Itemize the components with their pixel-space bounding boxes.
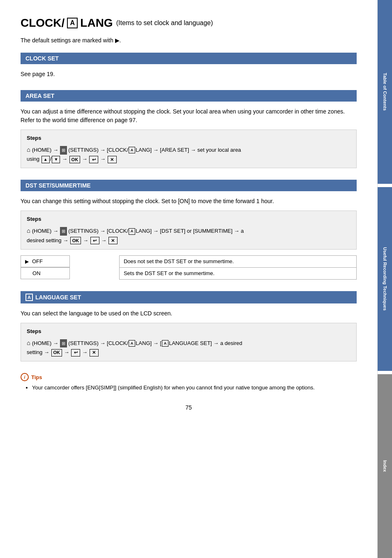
section-body-language-set: You can select the language to be used o… xyxy=(21,309,357,361)
tips-list: Your camcorder offers [ENG[SIMP]] (simpl… xyxy=(21,384,357,392)
on-label: ON xyxy=(32,270,41,276)
area-set-steps-box: Steps ⌂ (HOME) → ⊞ (SETTINGS) → [CLOCK/A… xyxy=(21,130,357,168)
title-subtitle: (Items to set clock and language) xyxy=(116,19,213,27)
section-header-area-set: AREA SET xyxy=(21,90,357,102)
lang-arrow2: → xyxy=(82,349,89,355)
area-set-steps-content: ⌂ (HOME) → ⊞ (SETTINGS) → [CLOCK/ALANG] … xyxy=(27,144,350,164)
page-number: 75 xyxy=(21,404,357,411)
dst-arrow2: → xyxy=(101,237,108,243)
area-set-lang-icon: A xyxy=(129,147,135,153)
page-container: CLOCK/ALANG(Items to set clock and langu… xyxy=(0,0,392,558)
section-body-dst-set: You can change this setting without stop… xyxy=(21,197,357,279)
dst-steps-content: ⌂ (HOME) → ⊞ (SETTINGS) → [CLOCK/ALANG] … xyxy=(27,225,350,245)
sidebar-tab-toc[interactable]: Table of Contents xyxy=(378,0,392,184)
lang-steps-label: Steps xyxy=(27,327,350,336)
dst-set-steps-box: Steps ⌂ (HOME) → ⊞ (SETTINGS) → [CLOCK/A… xyxy=(21,211,357,249)
on-marker xyxy=(25,271,29,276)
dst-settings-label: (SETTINGS) → [CLOCK/ xyxy=(68,228,128,234)
lang-icon2: A xyxy=(162,340,168,347)
arrow-sep1: → xyxy=(62,156,69,162)
dst-off-cell: ▶ OFF xyxy=(21,255,70,267)
lang-close-btn: ✕ xyxy=(90,349,99,357)
dst-lang-label: LANG] → [DST SET] or [SUMMERTIME] → a xyxy=(136,228,244,234)
home-icon: ⌂ xyxy=(27,146,30,153)
off-marker: ▶ xyxy=(25,259,29,264)
arrow-sep2: → xyxy=(82,156,89,162)
dst-on-desc: Sets the DST SET or the summertime. xyxy=(119,267,356,279)
lang-desired: setting → xyxy=(27,349,51,355)
down-icon: ▼ xyxy=(52,156,60,163)
section-body-area-set: You can adjust a time difference without… xyxy=(21,107,357,168)
lang-settings-label: (SETTINGS) → [CLOCK/ xyxy=(68,340,128,346)
dst-lang-icon: A xyxy=(129,228,135,235)
table-row: ON Sets the DST SET or the summertime. xyxy=(21,267,357,279)
return-btn: ↩ xyxy=(89,156,98,163)
right-sidebar: Table of Contents Useful Recording Techn… xyxy=(377,0,392,558)
lang-icon1: A xyxy=(129,340,135,347)
language-set-icon: A xyxy=(25,294,33,301)
settings-icon: ⊞ xyxy=(60,146,67,155)
section-label-dst-set: DST SET/SUMMERTIME xyxy=(25,182,91,189)
dst-steps-label: Steps xyxy=(27,215,350,224)
section-label-language-set: LANGUAGE SET xyxy=(35,294,81,301)
sidebar-tab-index[interactable]: Index xyxy=(378,374,392,558)
section-header-clock-set: CLOCK SET xyxy=(21,53,357,64)
dst-arrow1: → xyxy=(83,237,90,243)
language-set-body: You can select the language to be used o… xyxy=(21,309,357,318)
area-set-steps-label: Steps xyxy=(27,134,350,143)
lang-home-label: (HOME) → xyxy=(32,340,60,346)
dst-desired: desired setting → xyxy=(27,237,70,243)
slash: / xyxy=(50,156,52,162)
ok-btn: OK xyxy=(69,156,81,163)
section-body-clock-set: See page 19. xyxy=(21,70,357,79)
home-label: (HOME) → xyxy=(32,147,60,153)
default-settings-marker: ▶. xyxy=(115,37,121,44)
tips-header: i Tips xyxy=(21,373,357,381)
sidebar-divider-1 xyxy=(378,184,392,185)
dst-home-icon: ⌂ xyxy=(27,227,30,234)
dst-home-label: (HOME) → xyxy=(32,228,60,234)
lang-ok-btn: OK xyxy=(51,349,62,357)
area-set-body: You can adjust a time difference without… xyxy=(21,107,357,125)
dst-return-btn: ↩ xyxy=(90,237,99,244)
sidebar-index-label: Index xyxy=(383,460,387,472)
main-content: CLOCK/ALANG(Items to set clock and langu… xyxy=(0,0,377,558)
lang-settings-icon: ⊞ xyxy=(60,339,67,348)
section-header-language-set: A LANGUAGE SET xyxy=(21,291,357,303)
sidebar-recording-label: Useful Recording Techniques xyxy=(383,247,387,310)
settings-label: (SETTINGS) → [CLOCK/ xyxy=(68,147,128,153)
dst-table: ▶ OFF Does not set the DST SET or the su… xyxy=(21,255,357,280)
dst-ok-btn: OK xyxy=(70,237,81,244)
page-title: CLOCK/ALANG(Items to set clock and langu… xyxy=(21,16,357,30)
dst-close-btn: ✕ xyxy=(108,237,118,244)
section-header-dst-set: DST SET/SUMMERTIME xyxy=(21,180,357,191)
section-label-area-set: AREA SET xyxy=(25,93,54,99)
dst-off-desc: Does not set the DST SET or the summerti… xyxy=(119,255,356,267)
lang-arrow1: → xyxy=(64,349,71,355)
lang-steps-content: ⌂ (HOME) → ⊞ (SETTINGS) → [CLOCK/ALANG] … xyxy=(27,338,350,357)
default-settings-text: The default settings are marked with xyxy=(21,37,113,44)
close-btn: ✕ xyxy=(108,156,117,163)
dst-set-body: You can change this setting without stop… xyxy=(21,197,357,206)
sidebar-divider-2 xyxy=(378,371,392,373)
section-label-clock-set: CLOCK SET xyxy=(25,55,59,62)
off-label: OFF xyxy=(32,258,43,264)
up-icon: ▲ xyxy=(42,156,50,163)
tips-icon: i xyxy=(21,373,29,381)
title-main: LANG xyxy=(80,16,113,30)
lang-home-icon: ⌂ xyxy=(27,339,30,346)
clock-set-body: See page 19. xyxy=(21,70,357,79)
lang-label1: LANG] → [ xyxy=(136,340,161,346)
tips-section: i Tips Your camcorder offers [ENG[SIMP]]… xyxy=(21,373,357,392)
lang-label2: LANGUAGE SET] → a desired xyxy=(169,340,242,346)
title-prefix: CLOCK/ xyxy=(21,16,65,30)
tips-item: Your camcorder offers [ENG[SIMP]] (simpl… xyxy=(32,384,357,392)
arrow-sep3: → xyxy=(100,156,107,162)
default-settings-note: The default settings are marked with ▶. xyxy=(21,37,357,44)
lang-return-btn: ↩ xyxy=(71,349,80,357)
area-set-nav: using xyxy=(27,156,41,162)
sidebar-tab-recording[interactable]: Useful Recording Techniques xyxy=(378,187,392,371)
table-row: ▶ OFF Does not set the DST SET or the su… xyxy=(21,255,357,267)
sidebar-toc-label: Table of Contents xyxy=(383,73,387,111)
title-icon-box: A xyxy=(67,18,78,28)
